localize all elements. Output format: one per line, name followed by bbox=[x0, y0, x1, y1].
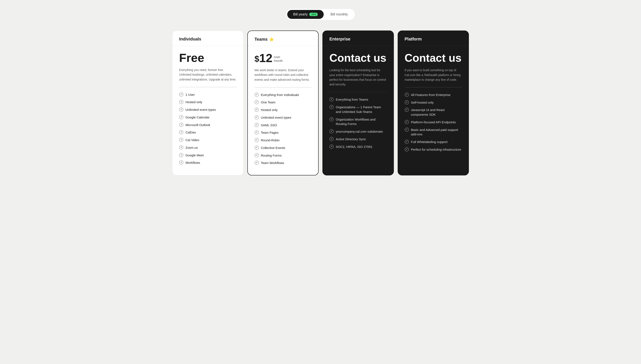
check-tick: ✓ bbox=[180, 138, 182, 142]
feature-item: ✓Google Calendar bbox=[179, 115, 237, 120]
check-tick: ✓ bbox=[256, 116, 258, 119]
feature-label: yourcompany.cal.com subdomain bbox=[336, 129, 383, 134]
check-icon: ✓ bbox=[255, 115, 259, 120]
plan-name-row-enterprise: Enterprise bbox=[329, 37, 387, 42]
check-tick: ✓ bbox=[256, 138, 258, 142]
feature-label: Round-Robin bbox=[261, 138, 280, 142]
check-icon: ✓ bbox=[329, 117, 334, 122]
feature-item: ✓SAML SSO bbox=[255, 123, 312, 128]
feature-label: Full Whitelabeling support bbox=[411, 140, 448, 144]
feature-item: ✓Platform-focused API Endpoints bbox=[405, 120, 462, 124]
feature-item: ✓Unlimited event types bbox=[255, 115, 312, 120]
bill-monthly-button[interactable]: Bill monthly bbox=[325, 10, 354, 19]
plan-header-teams: Teams⭐ bbox=[248, 31, 318, 46]
feature-item: ✓Everything from Teams bbox=[329, 97, 387, 102]
feature-item: ✓Microsoft Outlook bbox=[179, 123, 237, 127]
feature-item: ✓Perfect for scheduling infrastructure bbox=[405, 147, 462, 152]
check-icon: ✓ bbox=[179, 160, 183, 165]
feature-item: ✓Zoom.us bbox=[179, 145, 237, 150]
check-tick: ✓ bbox=[180, 130, 182, 134]
plan-description-teams: We work better in teams. Extend your wor… bbox=[255, 68, 312, 82]
feature-label: Self-hosted only bbox=[411, 100, 434, 105]
check-tick: ✓ bbox=[180, 154, 182, 157]
price-free-individuals: Free bbox=[179, 52, 237, 64]
plan-price-section-individuals: FreeEverything you need, forever free. U… bbox=[172, 46, 243, 87]
feature-label: Collective Events bbox=[261, 146, 285, 150]
price-amount-teams: 12 bbox=[259, 52, 272, 64]
check-tick: ✓ bbox=[331, 118, 333, 121]
plan-features-enterprise: ✓Everything from Teams✓Organizations — 1… bbox=[323, 92, 394, 175]
feature-item: ✓Routing Forms bbox=[255, 153, 312, 158]
feature-item: ✓Everything from Individuals bbox=[255, 92, 312, 97]
plan-price-section-enterprise: Contact usLooking for the best schedulin… bbox=[323, 46, 394, 92]
feature-item: ✓Round-Robin bbox=[255, 138, 312, 142]
check-tick: ✓ bbox=[406, 93, 408, 96]
plan-features-platform: ✓All Features from Enterprise✓Self-hoste… bbox=[398, 88, 469, 175]
feature-label: Team Pages bbox=[261, 130, 279, 135]
feature-item: ✓Hosted only bbox=[179, 100, 237, 104]
plan-price-section-platform: Contact usIf you want to build something… bbox=[398, 46, 469, 87]
check-tick: ✓ bbox=[256, 154, 258, 157]
check-icon: ✓ bbox=[329, 137, 334, 141]
feature-item: ✓1 User bbox=[179, 92, 237, 97]
feature-item: ✓Hosted only bbox=[255, 108, 312, 112]
check-icon: ✓ bbox=[255, 92, 259, 97]
check-icon: ✓ bbox=[255, 160, 259, 165]
feature-item: ✓Full Whitelabeling support bbox=[405, 140, 462, 144]
feature-label: 1 User bbox=[186, 92, 195, 97]
plan-header-individuals: Individuals bbox=[172, 31, 243, 46]
check-icon: ✓ bbox=[405, 128, 409, 132]
discount-badge: -20% bbox=[309, 13, 318, 16]
check-icon: ✓ bbox=[179, 138, 183, 142]
plan-price-section-teams: $12/user/monthWe work better in teams. E… bbox=[248, 46, 318, 87]
check-tick: ✓ bbox=[406, 108, 408, 112]
bill-yearly-button[interactable]: Bill yearly -20% bbox=[287, 10, 324, 19]
feature-label: Basic and Advanced paid support add-ons bbox=[411, 128, 462, 137]
check-icon: ✓ bbox=[329, 105, 334, 109]
star-icon-teams: ⭐ bbox=[269, 37, 274, 42]
feature-item: ✓All Features from Enterprise bbox=[405, 92, 462, 97]
check-tick: ✓ bbox=[256, 123, 258, 127]
check-icon: ✓ bbox=[405, 108, 409, 112]
check-tick: ✓ bbox=[406, 148, 408, 151]
plan-features-teams: ✓Everything from Individuals✓One Team✓Ho… bbox=[248, 88, 318, 175]
check-icon: ✓ bbox=[255, 146, 259, 150]
check-icon: ✓ bbox=[329, 129, 334, 134]
feature-item: ✓Team Pages bbox=[255, 130, 312, 135]
feature-item: ✓CalDav bbox=[179, 130, 237, 135]
check-tick: ✓ bbox=[406, 140, 408, 144]
price-per-teams: /user/month bbox=[274, 55, 283, 63]
feature-item: ✓Organizations — 1 Parent Team and Unlim… bbox=[329, 105, 387, 114]
plan-description-platform: If you want to build something on top of… bbox=[405, 68, 462, 82]
feature-label: Unlimited event types bbox=[261, 115, 291, 120]
check-icon: ✓ bbox=[329, 97, 334, 102]
feature-item: ✓Google Meet bbox=[179, 153, 237, 158]
bill-yearly-label: Bill yearly bbox=[293, 12, 308, 16]
feature-label: Javascript UI and React components SDK bbox=[411, 108, 462, 117]
price-dollar-teams: $ bbox=[255, 54, 259, 64]
feature-label: Hosted only bbox=[261, 108, 278, 112]
check-icon: ✓ bbox=[255, 130, 259, 134]
check-tick: ✓ bbox=[256, 108, 258, 112]
price-contact-platform: Contact us bbox=[405, 52, 462, 64]
plan-description-enterprise: Looking for the best scheduling tool for… bbox=[329, 68, 387, 87]
check-tick: ✓ bbox=[331, 98, 333, 101]
check-icon: ✓ bbox=[179, 100, 183, 104]
feature-label: Workflows bbox=[186, 160, 200, 165]
feature-label: Team Workflows bbox=[261, 160, 284, 165]
feature-item: ✓SOC2, HIPAA, ISO 27001 bbox=[329, 144, 387, 149]
feature-label: Perfect for scheduling infrastructure bbox=[411, 147, 461, 152]
feature-label: Google Calendar bbox=[186, 115, 209, 120]
feature-label: Microsoft Outlook bbox=[186, 123, 210, 127]
check-tick: ✓ bbox=[180, 100, 182, 104]
check-tick: ✓ bbox=[331, 130, 333, 133]
plan-name-row-individuals: Individuals bbox=[179, 37, 237, 42]
plan-name-teams: Teams bbox=[255, 37, 268, 42]
check-tick: ✓ bbox=[406, 120, 408, 124]
feature-label: Cal Video bbox=[186, 138, 199, 142]
billing-toggle-container: Bill yearly -20% Bill monthly bbox=[286, 8, 355, 20]
price-per-user: /user bbox=[274, 55, 283, 59]
plan-name-individuals: Individuals bbox=[179, 37, 201, 42]
feature-label: Zoom.us bbox=[186, 145, 198, 150]
feature-label: Active Directory Sync bbox=[336, 137, 366, 142]
